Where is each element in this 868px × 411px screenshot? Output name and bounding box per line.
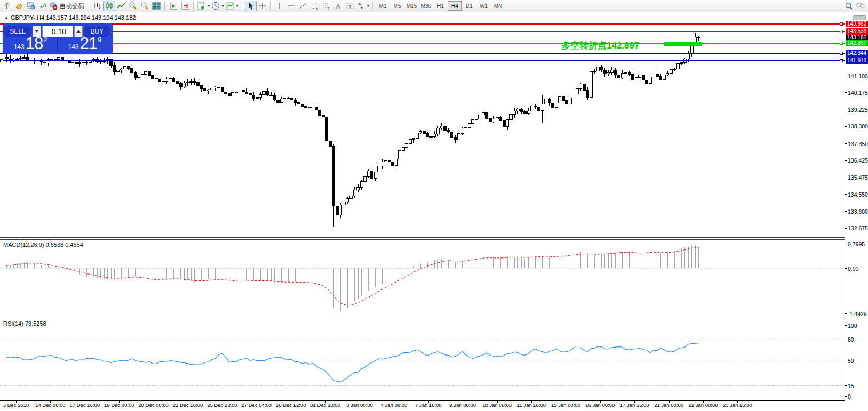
price-line-143.962[interactable] [0,23,845,25]
timeframe-m15[interactable]: M15 [404,1,419,11]
macd-label: MACD(12,26,9) 0.6538 0.4554 [3,241,83,248]
line-handle[interactable] [0,59,3,62]
crosshair-tool-button[interactable] [257,1,268,11]
time-label: 21 Jan 00:00 [654,402,683,408]
auto-scroll-button[interactable] [168,1,179,11]
autotrade-cloud-button[interactable]: 自动交易 [49,1,86,11]
text-icon: A [334,2,343,10]
tile-windows-button[interactable] [150,1,162,11]
timeframe-mn[interactable]: MN [491,1,505,11]
price-tick-dash [845,126,847,127]
pane-splitter[interactable] [0,237,845,240]
price-tick-label: 138.300 [848,123,868,130]
trend-line-icon [299,2,307,10]
line-handle[interactable] [840,52,843,55]
toolbar-separator [372,2,373,10]
pivot-thick-segment[interactable] [664,42,702,46]
rsi-tick-dash [845,385,847,386]
rsi-tick-dash [845,325,847,326]
macd-tick-dash [845,268,847,269]
signals-button[interactable] [37,1,49,11]
indicators-list-button[interactable] [225,1,240,11]
text-tool-button[interactable]: A [332,1,344,11]
price-line-141.918[interactable] [0,60,845,61]
timeframe-w1[interactable]: W1 [476,1,491,11]
zoom-in-icon [129,2,137,10]
price-tick-label: 141.100 [848,73,868,79]
pivot-annotation[interactable]: 多空转折点142.897 [561,39,639,52]
main-chart-plot[interactable] [0,12,845,238]
one-click-trading-panel: SELL BUY 143 18 2 143 21 9 [3,23,113,54]
candlestick-mode-button[interactable] [103,1,115,11]
macd-tick-label: 0.7995 [848,241,865,247]
rsi-tick-label: 0 [848,393,851,400]
sell-price[interactable]: 143 18 2 [4,38,57,52]
text-label-tool-button[interactable]: T [344,1,356,11]
tile-windows-icon [152,2,161,10]
price-tag-143.962: 143.962 [846,21,868,27]
price-line-143.182[interactable] [0,38,845,38]
time-label: 25 Dec 23:00 [207,402,237,408]
price-tick-dash [845,92,847,93]
fibonacci-tool-button[interactable]: F [321,1,332,11]
terminal-window-button[interactable] [25,1,37,11]
indicators-icon [226,2,234,10]
chart-shift-button[interactable] [179,1,191,11]
new-order-button[interactable]: 单 [2,1,13,11]
new-chart-button[interactable] [196,1,211,11]
chart-scrollbar-thumb[interactable] [853,15,866,20]
line-chart-mode-button[interactable] [115,1,127,11]
timeframe-d1[interactable]: D1 [462,1,476,11]
line-handle[interactable] [840,42,843,45]
collapse-triangle-icon[interactable]: ▲ [4,15,9,20]
rsi-tick-dash [845,396,847,397]
price-line-142.897[interactable] [0,43,845,44]
period-selector-button[interactable] [211,1,225,11]
pane-splitter[interactable] [0,316,845,318]
sell-price-sup: 2 [43,36,47,43]
time-label: 21 Dec 16:00 [173,402,203,408]
timeframe-m1[interactable]: M1 [376,1,390,11]
zoom-in-button[interactable] [127,1,139,11]
buy-price-main: 21 [80,35,97,52]
line-handle[interactable] [840,59,843,62]
rsi-tick-label: 15 [848,383,854,389]
arrows-tool-button[interactable] [356,1,370,11]
line-handle[interactable] [840,22,843,26]
price-line-142.344[interactable] [0,53,845,54]
price-tick-label: 139.225 [848,107,868,113]
time-label: 17 Dec 16:00 [70,402,100,408]
price-tick-dash [845,160,847,161]
main-toolbar: 单自动交易EFATM1M5M15M30H1H4D1W1MN [0,0,868,12]
price-tick-dash [845,110,847,110]
chart-candles-icon [105,2,114,10]
rsi-tick-dash [845,340,847,340]
timeframe-h4[interactable]: H4 [448,1,462,11]
bar-chart-mode-button[interactable] [92,1,103,11]
time-label: 7 Jan 16:00 [415,402,442,408]
price-tick-dash [845,211,847,212]
autotrade-label: 自动交易 [58,2,86,10]
search-button[interactable] [843,1,855,11]
history-center-button[interactable] [13,1,25,11]
trendline-tool-button[interactable] [297,1,309,11]
buy-price[interactable]: 143 21 9 [58,38,112,52]
chat-button[interactable] [855,1,866,11]
price-tick-label: 137.350 [848,141,868,147]
cursor-tool-button[interactable] [245,1,257,11]
toolbar-separator [193,2,194,10]
chevron-down-icon [207,5,210,7]
sell-price-prefix: 143 [14,44,25,50]
line-handle[interactable] [840,30,843,33]
price-tick-dash [845,228,847,229]
zoom-out-button[interactable] [139,1,150,11]
price-tick-label: 132.675 [848,225,868,231]
vertical-line-tool-button[interactable] [274,1,285,11]
equidistant-channel-tool-button[interactable]: E [309,1,321,11]
price-line-143.536[interactable] [0,31,845,32]
macd-tick-label: -1.4929 [848,311,867,317]
timeframe-h1[interactable]: H1 [433,1,448,11]
timeframe-m5[interactable]: M5 [390,1,404,11]
horizontal-line-tool-button[interactable] [285,1,297,11]
timeframe-m30[interactable]: M30 [419,1,433,11]
